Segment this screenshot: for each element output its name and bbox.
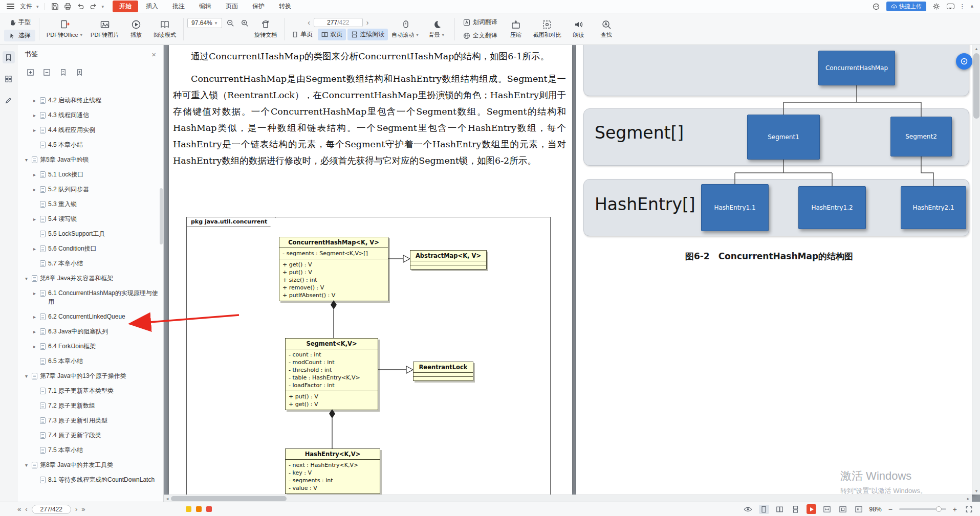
highlight-color-chip[interactable] xyxy=(206,506,212,512)
zoom-out-button[interactable]: − xyxy=(887,505,894,513)
quickbar-caret-icon[interactable]: ▾ xyxy=(101,4,105,9)
gear-icon[interactable] xyxy=(931,2,942,12)
feedback-icon[interactable] xyxy=(947,4,954,9)
read-aloud-button[interactable]: 朗读 xyxy=(565,17,593,41)
caret-closed-icon[interactable]: ▸ xyxy=(32,185,37,194)
continuous-read-toggle[interactable]: 连续阅读 xyxy=(347,29,388,40)
caret-closed-icon[interactable]: ▸ xyxy=(32,215,37,223)
scroll-left-icon[interactable]: ◂ xyxy=(164,495,171,502)
undo-icon[interactable] xyxy=(75,2,86,12)
bookmark-item[interactable]: ▸6.3 Java中的阻塞队列 xyxy=(17,324,163,339)
bookmark-item[interactable]: ▸6.2 ConcurrentLinkedQueue xyxy=(17,309,163,324)
next-page-icon[interactable]: › xyxy=(75,505,77,513)
prev-page-icon[interactable]: ‹ xyxy=(25,505,27,513)
close-panel-icon[interactable]: × xyxy=(151,50,156,59)
bookmark-item[interactable]: ▸4.4 线程应用实例 xyxy=(17,123,163,138)
background-button[interactable]: 背景▾ xyxy=(423,17,451,41)
tab-edit[interactable]: 编辑 xyxy=(192,1,218,12)
quick-upload-button[interactable]: 快捷上传 xyxy=(886,2,926,11)
add-bookmark-icon[interactable] xyxy=(75,68,84,77)
single-page-view-icon[interactable] xyxy=(759,505,769,514)
scroll-right-icon[interactable]: ▸ xyxy=(965,495,972,502)
caret-closed-icon[interactable]: ▸ xyxy=(32,289,37,298)
double-page-view-icon[interactable] xyxy=(775,505,785,514)
rotate-doc-button[interactable]: 旋转文档 xyxy=(251,17,280,41)
play-button[interactable]: 播放 xyxy=(122,17,150,41)
save-icon[interactable] xyxy=(50,2,61,12)
bookmark-item[interactable]: 6.5 本章小结 xyxy=(17,354,163,369)
word-translate-toggle[interactable]: 划词翻译 xyxy=(459,16,502,28)
caret-closed-icon[interactable]: ▸ xyxy=(32,96,37,105)
statusbar-zoom-value[interactable]: 98% xyxy=(869,506,882,513)
double-page-toggle[interactable]: 双页 xyxy=(318,29,346,40)
zoom-out-button[interactable] xyxy=(224,17,236,29)
bookmark-item[interactable]: 7.5 本章小结 xyxy=(17,443,163,458)
horizontal-scrollbar[interactable]: ◂ ▸ xyxy=(164,495,972,502)
caret-closed-icon[interactable]: ▸ xyxy=(32,342,37,351)
bookmark-item[interactable]: ▸6.1 ConcurrentHashMap的实现原理与使用 xyxy=(17,286,163,309)
fit-page-icon[interactable] xyxy=(838,505,848,514)
bookmark-item[interactable]: ▾第5章 Java中的锁 xyxy=(17,152,163,167)
tab-annotate[interactable]: 批注 xyxy=(166,1,191,12)
bookmarks-panel-icon[interactable] xyxy=(3,51,15,63)
zoom-level-select[interactable]: 97.64% ▾ xyxy=(187,18,222,28)
caret-closed-icon[interactable]: ▸ xyxy=(32,312,37,321)
tab-home[interactable]: 开始 xyxy=(113,1,138,12)
collapse-ribbon-icon[interactable]: ∧ xyxy=(970,4,974,9)
select-tool-button[interactable]: 选择 xyxy=(4,30,35,41)
last-page-icon[interactable]: » xyxy=(81,505,85,513)
slideshow-play-button[interactable] xyxy=(807,504,816,514)
fit-width-icon[interactable] xyxy=(822,505,832,514)
bookmark-item[interactable]: 4.5 本章小结 xyxy=(17,138,163,152)
floating-assistant-button[interactable] xyxy=(956,53,972,70)
tab-insert[interactable]: 插入 xyxy=(139,1,165,12)
print-icon[interactable] xyxy=(62,2,74,12)
main-menu-icon[interactable] xyxy=(7,4,14,9)
collapse-all-icon[interactable] xyxy=(42,68,51,77)
bookmark-item[interactable]: 5.3 重入锁 xyxy=(17,197,163,212)
bookmark-item[interactable]: ▸5.4 读写锁 xyxy=(17,212,163,227)
caret-closed-icon[interactable]: ▸ xyxy=(32,327,37,336)
single-page-toggle[interactable]: 单页 xyxy=(288,29,316,40)
horizontal-scrollbar-thumb[interactable] xyxy=(171,496,287,501)
next-page-button[interactable]: › xyxy=(364,18,372,27)
bookmark-item[interactable]: 7.4 原子更新字段类 xyxy=(17,428,163,443)
caret-closed-icon[interactable]: ▸ xyxy=(32,111,37,120)
caret-open-icon[interactable]: ▾ xyxy=(24,155,29,164)
eye-protection-icon[interactable] xyxy=(743,505,753,514)
bookmark-item[interactable]: ▸5.1 Lock接口 xyxy=(17,167,163,182)
caret-closed-icon[interactable]: ▸ xyxy=(32,126,37,134)
bookmark-item[interactable]: ▾第7章 Java中的13个原子操作类 xyxy=(17,369,163,384)
fullscreen-icon[interactable] xyxy=(964,505,974,514)
highlight-color-chip[interactable] xyxy=(186,506,191,512)
pdf-to-office-button[interactable]: PDF转Office▾ xyxy=(43,17,87,41)
zoom-in-button[interactable] xyxy=(238,17,251,29)
vertical-scrollbar[interactable]: ▴ ▾ xyxy=(972,45,980,495)
page-number-input[interactable]: 277 /422 xyxy=(314,18,363,27)
bookmark-item[interactable]: ▸4.2 启动和终止线程 xyxy=(17,93,163,108)
actual-size-icon[interactable] xyxy=(854,505,864,514)
statusbar-page-input[interactable]: 277/422 xyxy=(32,505,71,514)
zoom-slider-thumb[interactable] xyxy=(936,506,942,512)
compress-button[interactable]: 压缩 xyxy=(502,17,530,41)
tab-protect[interactable]: 保护 xyxy=(246,1,271,12)
more-menu-icon[interactable]: ⋮ xyxy=(959,3,966,10)
redo-icon[interactable] xyxy=(88,2,99,12)
prev-page-button[interactable]: ‹ xyxy=(305,18,313,27)
thumbnails-panel-icon[interactable] xyxy=(3,73,15,85)
zoom-in-button[interactable]: + xyxy=(952,505,958,513)
document-viewport[interactable]: 通过ConcurrentHashMap的类图来分析ConcurrentHashM… xyxy=(164,45,980,502)
bookmark-item[interactable]: 7.2 原子更新数组 xyxy=(17,398,163,413)
bookmark-item[interactable]: ▸6.4 Fork/Join框架 xyxy=(17,339,163,354)
file-menu[interactable]: 文件 xyxy=(18,1,34,12)
caret-open-icon[interactable]: ▾ xyxy=(24,274,29,283)
continuous-view-icon[interactable] xyxy=(791,505,801,514)
caret-closed-icon[interactable]: ▸ xyxy=(32,244,37,253)
bookmark-item[interactable]: 7.1 原子更新基本类型类 xyxy=(17,384,163,398)
bookmark-item[interactable]: ▸5.6 Condition接口 xyxy=(17,241,163,256)
caret-open-icon[interactable]: ▾ xyxy=(24,461,29,469)
file-menu-caret-icon[interactable]: ▾ xyxy=(35,4,40,9)
bookmark-item[interactable]: ▾第6章 Java并发容器和框架 xyxy=(17,271,163,286)
find-button[interactable]: 查找 xyxy=(593,17,620,41)
assistant-icon[interactable] xyxy=(870,2,882,12)
